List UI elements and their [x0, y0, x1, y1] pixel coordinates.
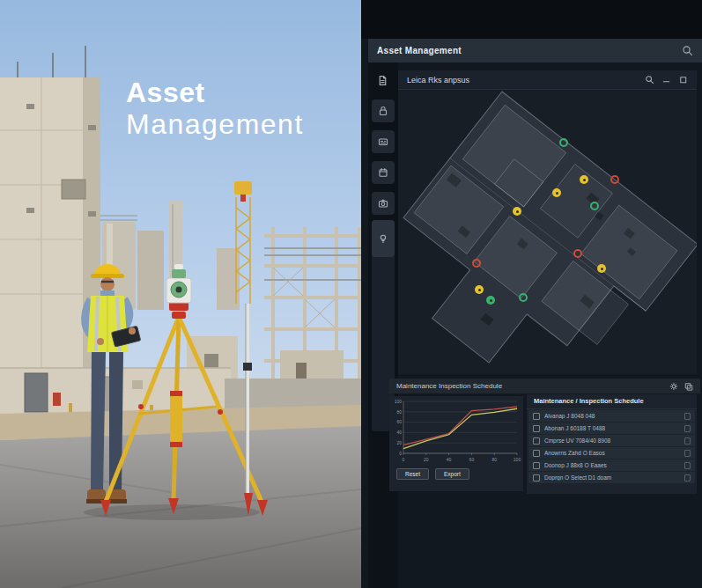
svg-text:80: 80 [491, 457, 497, 462]
schedule-row[interactable]: Doonop J 88x8 O Eaaes [528, 459, 695, 471]
row-checkbox-icon[interactable] [533, 413, 540, 420]
maximize-icon[interactable] [678, 75, 688, 85]
chart-panel: 020406080100020406080100 Reset Export [389, 396, 523, 491]
svg-text:60: 60 [469, 457, 475, 462]
map-panel-title: Leica Rks anpsus [407, 76, 469, 85]
svg-text:40: 40 [396, 430, 402, 435]
hero-title-line2: Management [126, 109, 304, 141]
row-detail-icon[interactable] [684, 413, 691, 420]
map-marker-alert[interactable] [573, 249, 582, 258]
schedule-section-title: Maintenance Inspection Schedule [396, 382, 502, 390]
row-label: Anowrns Zahd O Easos [544, 450, 680, 456]
row-label: Alvanap J 8048 048 [544, 413, 680, 419]
screenshot-root: Asset Management Asset Management [0, 0, 702, 588]
document-icon[interactable] [377, 74, 388, 90]
row-label: Doprgn O Select D1 doam [544, 474, 680, 481]
row-checkbox-icon[interactable] [533, 450, 540, 457]
map-marker-ok[interactable] [559, 138, 568, 147]
settings-icon[interactable] [669, 382, 678, 391]
row-checkbox-icon[interactable] [533, 462, 540, 469]
export-button[interactable]: Export [435, 468, 469, 480]
svg-text:100: 100 [514, 457, 521, 462]
sidebar [368, 62, 398, 588]
map-marker-warning[interactable] [475, 285, 484, 294]
id-card-icon[interactable] [372, 130, 395, 153]
hero-photo: Asset Management [0, 0, 361, 588]
row-label: Doonop J 88x8 O Eaaes [544, 462, 680, 468]
schedule-panel-title: Maintenance / Inspection Schedule [527, 394, 697, 409]
minimize-icon[interactable] [661, 75, 671, 85]
row-checkbox-icon[interactable] [533, 437, 540, 445]
copy-icon[interactable] [684, 382, 693, 391]
schedule-row[interactable]: Doprgn O Select D1 doam [528, 472, 695, 483]
row-checkbox-icon[interactable] [533, 425, 540, 432]
row-checkbox-icon[interactable] [533, 474, 540, 481]
schedule-panel: Maintenance / Inspection Schedule Alvana… [527, 394, 697, 494]
schedule-section-header: Maintenance Inspection Schedule [389, 379, 700, 393]
search-icon[interactable] [682, 45, 693, 56]
hero-title: Asset Management [126, 77, 304, 141]
schedule-rows: Alvanap J 8048 048Abonan J 60188 T 0488C… [527, 410, 697, 483]
lock-icon[interactable] [372, 99, 395, 122]
svg-text:20: 20 [424, 457, 429, 462]
svg-text:60: 60 [396, 419, 402, 424]
camera-icon[interactable] [372, 192, 395, 215]
map-marker-ok[interactable] [590, 202, 599, 210]
row-detail-icon[interactable] [684, 437, 691, 445]
svg-text:0: 0 [403, 457, 405, 462]
map-marker-warning[interactable] [580, 175, 588, 184]
hero-title-line1: Asset [126, 77, 304, 109]
app-title: Asset Management [377, 46, 462, 55]
svg-text:20: 20 [396, 440, 402, 445]
app-window: Asset Management [361, 0, 702, 588]
schedule-row[interactable]: Anowrns Zahd O Easos [528, 447, 695, 459]
row-detail-icon[interactable] [684, 462, 691, 469]
map-marker-ok[interactable] [486, 296, 495, 305]
chart-buttons: Reset Export [396, 468, 469, 480]
schedule-chart: 020406080100020406080100 [389, 396, 521, 465]
map-marker-warning[interactable] [552, 188, 561, 197]
map-marker-warning[interactable] [597, 264, 606, 273]
map-marker-ok[interactable] [519, 293, 528, 302]
svg-text:80: 80 [396, 409, 402, 415]
app-titlebar: Asset Management [368, 39, 702, 62]
svg-text:0: 0 [399, 451, 402, 456]
map-panel-header: Leica Rks anpsus [398, 70, 697, 90]
window-top-band [361, 0, 702, 39]
svg-text:100: 100 [395, 399, 403, 404]
row-detail-icon[interactable] [684, 450, 691, 457]
map-marker-alert[interactable] [472, 259, 481, 268]
schedule-row[interactable]: Alvanap J 8048 048 [528, 410, 695, 422]
row-detail-icon[interactable] [684, 425, 691, 432]
schedule-row[interactable]: Cmprse UV 7084/40 8908 [528, 435, 695, 446]
search-icon[interactable] [645, 75, 654, 85]
map-marker-alert[interactable] [610, 175, 619, 184]
floorplan-map[interactable] [398, 90, 697, 374]
row-label: Cmprse UV 7084/40 8908 [544, 437, 680, 444]
map-marker-warning[interactable] [513, 207, 521, 216]
floorplan-drawing [398, 90, 697, 374]
reset-button[interactable]: Reset [396, 468, 429, 480]
map-panel: Leica Rks anpsus [398, 70, 697, 374]
svg-text:40: 40 [447, 457, 452, 462]
schedule-row[interactable]: Abonan J 60188 T 0488 [528, 423, 695, 434]
calendar-icon[interactable] [372, 161, 395, 184]
row-detail-icon[interactable] [684, 474, 691, 481]
lightbulb-icon[interactable] [372, 220, 395, 257]
row-label: Abonan J 60188 T 0488 [544, 425, 680, 431]
